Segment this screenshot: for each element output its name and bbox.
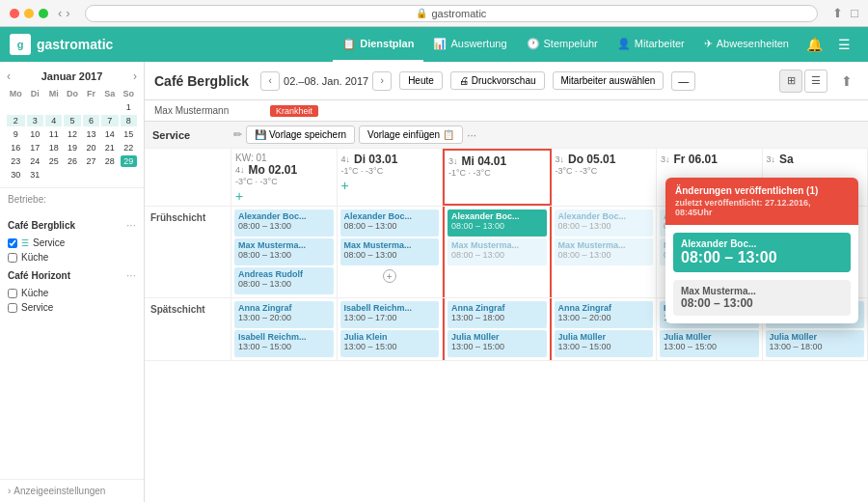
date-prev-button[interactable]: ‹ xyxy=(260,71,280,91)
forward-icon[interactable]: › xyxy=(66,6,69,20)
shift-card[interactable]: Anna Zingraf 13:00 – 18:00 xyxy=(448,301,547,328)
cal-day[interactable] xyxy=(27,101,43,113)
cal-day[interactable]: 9 xyxy=(7,128,25,140)
sidebar-horizont-kuche[interactable]: Küche xyxy=(0,286,144,300)
nav-stempeluhr[interactable]: 🕐 Stempeluhr xyxy=(517,27,608,62)
shift-card[interactable]: Isabell Reichm... 13:00 – 17:00 xyxy=(340,301,440,328)
nav-dienstplan[interactable]: 📋 Dienstplan xyxy=(333,27,423,62)
shift-card[interactable]: Julia Müller 13:00 – 15:00 xyxy=(660,330,759,357)
print-preview-button[interactable]: 🖨 Druckvorschau xyxy=(450,71,545,90)
date-next-button[interactable]: › xyxy=(372,71,392,91)
address-bar[interactable]: 🔒 gastromatic xyxy=(85,5,818,22)
cal-day[interactable]: 14 xyxy=(101,128,118,140)
nav-auswertung[interactable]: 📊 Auswertung xyxy=(423,27,516,62)
cal-day[interactable] xyxy=(7,101,25,113)
cal-day[interactable]: 2 xyxy=(7,115,25,126)
nav-abwesenheiten[interactable]: ✈ Abwesenheiten xyxy=(694,27,799,62)
shift-card[interactable]: Julia Müller 13:00 – 15:00 xyxy=(448,330,547,357)
cal-day[interactable] xyxy=(101,169,118,181)
cal-day[interactable] xyxy=(83,101,99,113)
cal-day[interactable]: 27 xyxy=(83,155,99,167)
cal-next-icon[interactable]: › xyxy=(133,70,137,83)
list-view-button[interactable]: ☰ xyxy=(804,70,827,93)
bell-icon[interactable]: 🔔 xyxy=(799,37,830,52)
insert-template-button[interactable]: Vorlage einfügen 📋 xyxy=(359,126,463,144)
cal-day[interactable]: 30 xyxy=(7,169,25,181)
cal-day[interactable]: 24 xyxy=(27,155,43,167)
grid-view-button[interactable]: ⊞ xyxy=(779,70,802,93)
sidebar-kuche-item[interactable]: Küche xyxy=(0,250,144,265)
cal-day[interactable] xyxy=(121,169,137,181)
bookmark-icon[interactable]: □ xyxy=(851,6,858,20)
shift-card[interactable]: Anna Zingraf 13:00 – 20:00 xyxy=(234,301,334,328)
minimize-button[interactable] xyxy=(24,9,34,18)
save-template-button[interactable]: 💾 Vorlage speichern xyxy=(246,126,355,144)
sidebar-horizont-service[interactable]: Service xyxy=(0,300,144,315)
cal-day[interactable]: 22 xyxy=(121,142,137,153)
cal-prev-icon[interactable]: ‹ xyxy=(7,70,11,83)
cal-day[interactable]: 12 xyxy=(64,128,80,140)
popup-card-1[interactable]: Alexander Boc... 08:00 – 13:00 xyxy=(673,233,851,272)
close-button[interactable] xyxy=(10,9,19,18)
cal-day[interactable]: 5 xyxy=(64,115,80,126)
export-button[interactable]: ⬆ xyxy=(835,70,858,92)
popup-card-2[interactable]: Max Musterma... 08:00 – 13:00 xyxy=(673,280,851,316)
add-shift-mon[interactable]: + xyxy=(235,188,243,204)
dash-button[interactable]: — xyxy=(671,71,695,91)
shift-card[interactable]: Julia Müller 13:00 – 18:00 xyxy=(766,330,865,357)
shift-card-highlighted[interactable]: Alexander Boc... 08:00 – 13:00 xyxy=(448,209,547,237)
cal-day[interactable]: 31 xyxy=(27,169,43,181)
shift-card[interactable]: Alexander Boc... 08:00 – 13:00 xyxy=(340,209,440,237)
cal-day[interactable] xyxy=(45,169,62,181)
cal-day[interactable] xyxy=(83,169,99,181)
hamburger-icon[interactable]: ☰ xyxy=(830,37,858,52)
today-button[interactable]: Heute xyxy=(399,71,443,90)
cal-day[interactable]: 16 xyxy=(7,142,25,153)
cal-day[interactable]: 25 xyxy=(45,155,62,167)
staff-select-button[interactable]: Mitarbeiter auswählen xyxy=(553,71,665,90)
shift-card[interactable]: Max Musterma... 08:00 – 13:00 xyxy=(234,238,334,265)
cal-day[interactable]: 10 xyxy=(27,128,43,140)
cal-day[interactable]: 17 xyxy=(27,142,43,153)
cal-day[interactable]: 1 xyxy=(121,101,137,113)
cal-day[interactable]: 11 xyxy=(45,128,62,140)
cal-day[interactable]: 19 xyxy=(64,142,80,153)
shift-card[interactable]: Julia Klein 13:00 – 15:00 xyxy=(340,330,440,357)
back-icon[interactable]: ‹ xyxy=(58,6,62,20)
shift-card[interactable]: Max Musterma... 08:00 – 13:00 xyxy=(555,238,654,265)
cal-day[interactable] xyxy=(64,169,80,181)
horizont-kuche-checkbox[interactable] xyxy=(8,289,17,298)
cal-day[interactable]: 21 xyxy=(101,142,118,153)
cal-day[interactable]: 8 xyxy=(121,115,137,126)
cal-day-today[interactable]: 29 xyxy=(121,155,137,167)
cal-day[interactable]: 28 xyxy=(101,155,118,167)
cal-day[interactable]: 13 xyxy=(83,128,99,140)
cal-day[interactable]: 4 xyxy=(45,115,62,126)
cal-day[interactable]: 15 xyxy=(121,128,137,140)
share-icon[interactable]: ⬆ xyxy=(832,6,843,20)
more-options-icon[interactable]: ··· xyxy=(467,128,476,142)
service-checkbox[interactable] xyxy=(8,238,17,248)
add-shift-button[interactable]: + xyxy=(383,269,396,283)
shift-card[interactable]: Alexander Boc... 08:00 – 13:00 xyxy=(234,209,334,237)
shift-card[interactable]: Julia Müller 13:00 – 15:00 xyxy=(555,330,654,357)
display-settings-link[interactable]: › Anzeigeeinstellungen xyxy=(8,486,136,496)
cal-day[interactable] xyxy=(64,101,80,113)
maximize-button[interactable] xyxy=(39,9,48,18)
browser-back-forward[interactable]: ‹ › xyxy=(58,6,70,20)
cal-day[interactable]: 20 xyxy=(83,142,99,153)
cal-day[interactable] xyxy=(101,101,118,113)
sidebar-service-item[interactable]: ☰ Service xyxy=(0,236,144,250)
cal-day[interactable] xyxy=(45,101,62,113)
cal-day[interactable]: 26 xyxy=(64,155,80,167)
shift-card-faded[interactable]: Max Musterma... 08:00 – 13:00 xyxy=(448,238,547,265)
add-shift-tue[interactable]: + xyxy=(341,178,349,193)
shift-card[interactable]: Isabell Reichm... 13:00 – 15:00 xyxy=(234,330,334,357)
cal-day[interactable]: 3 xyxy=(27,115,43,126)
horizont-service-checkbox[interactable] xyxy=(8,303,17,313)
nav-mitarbeiter[interactable]: 👤 Mitarbeiter xyxy=(608,27,694,62)
cal-day[interactable]: 7 xyxy=(101,115,118,126)
shift-card[interactable]: Max Musterma... 08:00 – 13:00 xyxy=(340,238,440,265)
cal-day[interactable]: 18 xyxy=(45,142,62,153)
cal-day[interactable]: 23 xyxy=(7,155,25,167)
